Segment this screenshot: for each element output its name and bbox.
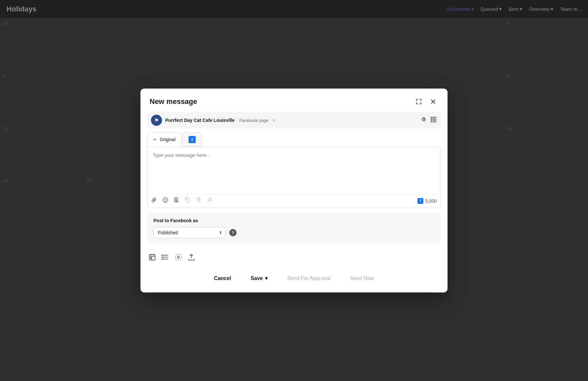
post-options-panel: Post to Facebook as Published Draft Sche… — [147, 213, 441, 243]
char-count: f 5,000 — [417, 198, 437, 204]
modal-header-icons — [414, 96, 438, 107]
svg-rect-8 — [435, 121, 436, 123]
svg-rect-13 — [175, 201, 178, 202]
action-buttons: Cancel Save ▾ Send For Approval Send Now — [140, 267, 448, 292]
mention-icon — [207, 197, 213, 205]
document-icon[interactable] — [173, 197, 179, 205]
send-now-button[interactable]: Send Now — [343, 272, 381, 285]
modal-title: New message — [150, 97, 410, 106]
list-icon[interactable] — [161, 253, 169, 263]
char-count-value: 5,000 — [425, 198, 437, 204]
account-selector[interactable]: ⚑ Purrfect Day Cat Cafe Louisville Faceb… — [147, 112, 441, 128]
tag-icon — [185, 197, 190, 205]
svg-point-21 — [162, 259, 162, 259]
svg-rect-17 — [149, 255, 155, 260]
save-label: Save — [251, 275, 263, 281]
post-type-wrapper: Published Draft Scheduled ⬍ — [154, 227, 225, 238]
schedule-icon[interactable] — [148, 253, 156, 263]
attachment-icon[interactable] — [151, 197, 157, 205]
svg-point-16 — [209, 198, 211, 200]
help-icon[interactable]: ? — [229, 229, 237, 236]
post-options-row: Published Draft Scheduled ⬍ ? — [154, 227, 434, 238]
message-input[interactable] — [147, 147, 441, 193]
account-remove-button[interactable]: × — [272, 118, 275, 123]
account-type: Facebook page — [239, 118, 269, 123]
close-button[interactable] — [428, 96, 438, 107]
pin-icon[interactable] — [420, 116, 427, 124]
svg-point-15 — [198, 199, 199, 200]
svg-rect-6 — [431, 121, 433, 123]
svg-rect-7 — [433, 121, 435, 123]
message-tabs: ✏ Original f — [147, 132, 441, 147]
pencil-icon: ✏ — [153, 137, 157, 142]
message-toolbar: f 5,000 — [147, 194, 441, 207]
modal-header: New message — [140, 89, 448, 112]
new-message-modal: New message ⚑ Purrfect Day Cat Cafe — [140, 89, 448, 292]
svg-point-20 — [162, 257, 162, 257]
expand-button[interactable] — [414, 96, 424, 107]
avatar: ⚑ — [151, 115, 162, 126]
svg-rect-4 — [433, 119, 435, 121]
modal-overlay: New message ⚑ Purrfect Day Cat Cafe — [0, 0, 588, 381]
svg-rect-5 — [435, 119, 436, 121]
flag-icon: ⚑ — [154, 117, 159, 124]
svg-point-14 — [186, 199, 187, 199]
upload-icon[interactable] — [188, 253, 195, 263]
svg-point-10 — [164, 199, 165, 200]
save-button[interactable]: Save ▾ — [244, 272, 274, 285]
svg-rect-3 — [431, 119, 433, 121]
location-icon — [196, 197, 202, 205]
svg-rect-0 — [431, 117, 433, 119]
emoji-icon[interactable] — [162, 197, 168, 205]
message-composer: f 5,000 — [147, 147, 441, 207]
svg-point-22 — [177, 256, 179, 258]
svg-rect-1 — [433, 117, 435, 119]
post-options-label: Post to Facebook as — [154, 218, 434, 223]
tab-original-label: Original — [160, 137, 175, 142]
cancel-button[interactable]: Cancel — [207, 272, 237, 285]
send-for-approval-button[interactable]: Send For Approval — [281, 272, 337, 285]
svg-point-19 — [162, 255, 162, 256]
svg-rect-18 — [151, 257, 152, 259]
post-type-select[interactable]: Published Draft Scheduled — [154, 227, 225, 238]
bottom-toolbar — [140, 249, 448, 267]
tab-facebook[interactable]: f — [182, 132, 202, 147]
tab-original[interactable]: ✏ Original — [147, 132, 182, 147]
save-dropdown-icon: ▾ — [265, 275, 268, 281]
account-name: Purrfect Day Cat Cafe Louisville — [165, 118, 235, 123]
settings-icon[interactable] — [174, 253, 182, 263]
grid-icon[interactable] — [430, 116, 437, 125]
svg-point-11 — [166, 199, 167, 200]
facebook-icon: f — [188, 136, 196, 143]
svg-rect-2 — [435, 117, 436, 119]
facebook-badge: f — [417, 198, 423, 204]
